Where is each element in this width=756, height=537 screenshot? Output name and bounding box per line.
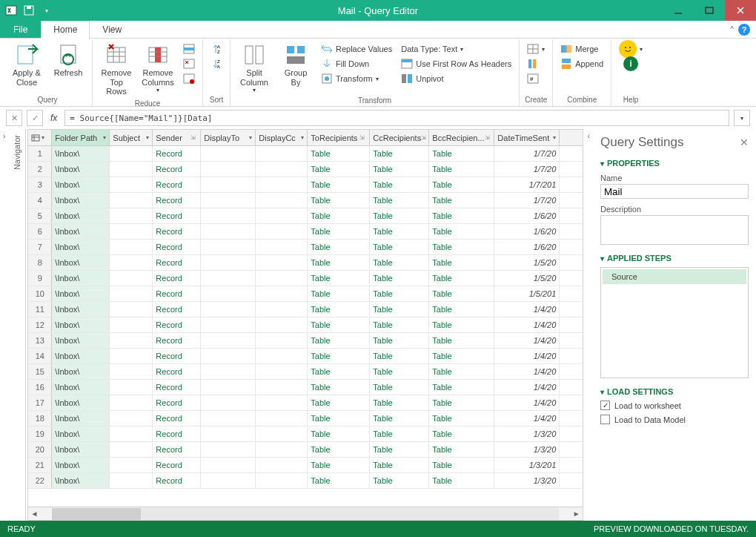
- cell-folder[interactable]: \Inbox\: [52, 193, 110, 208]
- cell-datetime[interactable]: 1/5/201: [494, 286, 560, 301]
- cell-subject[interactable]: [110, 317, 153, 332]
- home-tab[interactable]: Home: [41, 21, 90, 39]
- cell-displayto[interactable]: [201, 193, 256, 208]
- cell-folder[interactable]: \Inbox\: [52, 255, 110, 270]
- qat-dropdown-icon[interactable]: ▾: [39, 2, 55, 19]
- load-to-worksheet-checkbox[interactable]: ✓Load to worksheet: [600, 401, 749, 410]
- cell-displayto[interactable]: [201, 240, 256, 254]
- row-number[interactable]: 6: [28, 224, 52, 239]
- load-to-datamodel-checkbox[interactable]: Load to Data Model: [600, 415, 749, 424]
- cell-displayto[interactable]: [201, 426, 256, 441]
- cell-datetime[interactable]: 1/4/20: [494, 333, 560, 348]
- remove-errors-button[interactable]: [180, 71, 198, 86]
- cell-bcc[interactable]: Table: [429, 286, 494, 301]
- cell-folder[interactable]: \Inbox\: [52, 146, 110, 161]
- cell-sender[interactable]: Record: [153, 240, 201, 254]
- cell-displaycc[interactable]: [256, 162, 308, 177]
- cell-folder[interactable]: \Inbox\: [52, 162, 110, 177]
- cell-folder[interactable]: \Inbox\: [52, 302, 110, 317]
- cell-sender[interactable]: Record: [153, 317, 201, 332]
- maximize-button[interactable]: [694, 0, 725, 21]
- table-row[interactable]: 14\Inbox\RecordTableTableTable1/4/20: [28, 349, 582, 364]
- cell-displaycc[interactable]: [256, 224, 308, 239]
- cell-sender[interactable]: Record: [153, 177, 201, 192]
- cell-sender[interactable]: Record: [153, 442, 201, 457]
- remove-dup-button[interactable]: [180, 56, 198, 71]
- formula-input[interactable]: = Source{[Name="Mail"]}[Data]: [64, 110, 729, 126]
- cell-to[interactable]: Table: [308, 349, 370, 363]
- row-number[interactable]: 16: [28, 380, 52, 395]
- formula-cancel-button[interactable]: ✕: [6, 110, 22, 126]
- table-row[interactable]: 6\Inbox\RecordTableTableTable1/6/20: [28, 224, 582, 240]
- cell-subject[interactable]: [110, 380, 153, 395]
- cell-datetime[interactable]: 1/4/20: [494, 395, 560, 410]
- cell-subject[interactable]: [110, 208, 153, 223]
- col-ccrecipients[interactable]: CcRecipients⇲: [370, 130, 429, 145]
- cell-sender[interactable]: Record: [153, 302, 201, 317]
- cell-datetime[interactable]: 1/3/20: [494, 442, 560, 457]
- cell-to[interactable]: Table: [308, 395, 370, 410]
- cell-bcc[interactable]: Table: [429, 349, 494, 363]
- replace-values-button[interactable]: Replace Values: [318, 42, 395, 56]
- transform-button[interactable]: Transform ▾: [318, 71, 395, 86]
- cell-cc[interactable]: Table: [370, 380, 429, 395]
- file-tab[interactable]: File: [0, 21, 41, 38]
- cell-sender[interactable]: Record: [153, 146, 201, 161]
- cell-cc[interactable]: Table: [370, 224, 429, 239]
- cell-to[interactable]: Table: [308, 271, 370, 286]
- data-type-button[interactable]: Data Type: Text ▾: [398, 42, 514, 56]
- row-number[interactable]: 22: [28, 473, 52, 488]
- cell-to[interactable]: Table: [308, 240, 370, 254]
- cell-displayto[interactable]: [201, 380, 256, 395]
- cell-subject[interactable]: [110, 333, 153, 348]
- cell-sender[interactable]: Record: [153, 458, 201, 472]
- table-row[interactable]: 12\Inbox\RecordTableTableTable1/4/20: [28, 317, 582, 333]
- cell-cc[interactable]: Table: [370, 193, 429, 208]
- fx-icon[interactable]: fx: [47, 113, 60, 123]
- cell-datetime[interactable]: 1/4/20: [494, 364, 560, 379]
- cell-datetime[interactable]: 1/4/20: [494, 349, 560, 363]
- cell-subject[interactable]: [110, 426, 153, 441]
- table-row[interactable]: 21\Inbox\RecordTableTableTable1/3/201: [28, 458, 582, 473]
- navigator-expand-left[interactable]: ›: [0, 129, 8, 521]
- cell-to[interactable]: Table: [308, 473, 370, 488]
- cell-bcc[interactable]: Table: [429, 193, 494, 208]
- cell-displayto[interactable]: [201, 162, 256, 177]
- cell-subject[interactable]: [110, 473, 153, 488]
- scroll-right-icon[interactable]: ►: [571, 510, 583, 518]
- about-button[interactable]: i: [620, 56, 641, 71]
- cell-displayto[interactable]: [201, 271, 256, 286]
- table-row[interactable]: 2\Inbox\RecordTableTableTable1/7/20: [28, 162, 582, 177]
- cell-to[interactable]: Table: [308, 411, 370, 426]
- table-row[interactable]: 5\Inbox\RecordTableTableTable1/6/20: [28, 208, 582, 224]
- cell-to[interactable]: Table: [308, 224, 370, 239]
- cell-folder[interactable]: \Inbox\: [52, 271, 110, 286]
- cell-displayto[interactable]: [201, 177, 256, 192]
- formula-ok-button[interactable]: ✓: [27, 110, 43, 126]
- cell-bcc[interactable]: Table: [429, 473, 494, 488]
- cell-folder[interactable]: \Inbox\: [52, 411, 110, 426]
- cell-folder[interactable]: \Inbox\: [52, 177, 110, 192]
- cell-displaycc[interactable]: [256, 380, 308, 395]
- cell-datetime[interactable]: 1/7/201: [494, 177, 560, 192]
- cell-datetime[interactable]: 1/5/20: [494, 255, 560, 270]
- cell-cc[interactable]: Table: [370, 442, 429, 457]
- col-folder-path[interactable]: Folder Path▾: [52, 130, 110, 145]
- help-icon[interactable]: ?: [738, 24, 750, 36]
- row-number[interactable]: 10: [28, 286, 52, 301]
- merge-button[interactable]: Merge: [557, 42, 606, 56]
- cell-subject[interactable]: [110, 255, 153, 270]
- cell-datetime[interactable]: 1/4/20: [494, 411, 560, 426]
- cell-bcc[interactable]: Table: [429, 364, 494, 379]
- cell-cc[interactable]: Table: [370, 349, 429, 363]
- cell-displayto[interactable]: [201, 146, 256, 161]
- cell-subject[interactable]: [110, 364, 153, 379]
- cell-displaycc[interactable]: [256, 442, 308, 457]
- create-custom-button[interactable]: [524, 56, 548, 71]
- cell-datetime[interactable]: 1/6/20: [494, 240, 560, 254]
- cell-displaycc[interactable]: [256, 395, 308, 410]
- create-index-button[interactable]: #: [524, 71, 548, 86]
- cell-bcc[interactable]: Table: [429, 177, 494, 192]
- cell-displaycc[interactable]: [256, 426, 308, 441]
- cell-displaycc[interactable]: [256, 177, 308, 192]
